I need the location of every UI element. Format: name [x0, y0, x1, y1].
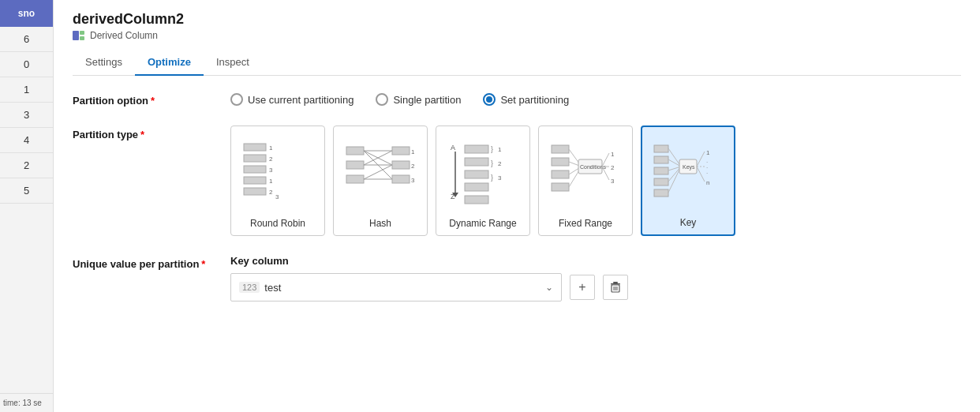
svg-rect-3	[244, 144, 266, 151]
radio-circle-single	[376, 93, 388, 106]
svg-text:·: ·	[706, 170, 708, 177]
svg-rect-38	[465, 196, 488, 204]
key-dropdown-value: test	[264, 282, 281, 294]
dynamic-range-diagram: A Z }	[443, 133, 523, 213]
svg-text:2: 2	[498, 160, 502, 167]
radio-current-partitioning[interactable]: Use current partitioning	[230, 93, 353, 106]
radio-circle-current	[230, 93, 243, 106]
svg-rect-1	[80, 31, 84, 35]
sidebar-item-6: 5	[0, 178, 53, 204]
partition-option-label: Partition option*	[73, 92, 215, 107]
partition-option-row: Partition option* Use current partitioni…	[73, 92, 961, 107]
svg-rect-24	[392, 147, 410, 155]
svg-text:2: 2	[269, 155, 273, 163]
svg-text:3: 3	[611, 178, 615, 185]
svg-rect-5	[244, 166, 266, 173]
radio-set-partitioning[interactable]: Set partitioning	[483, 93, 569, 106]
svg-text:Z: Z	[451, 193, 455, 200]
derived-column-icon	[73, 29, 85, 42]
page-title: derivedColumn2	[73, 11, 961, 28]
svg-rect-47	[552, 170, 569, 178]
svg-text:3: 3	[269, 167, 273, 174]
svg-rect-37	[465, 183, 488, 191]
svg-text:2: 2	[411, 163, 415, 170]
svg-rect-62	[654, 156, 668, 163]
svg-rect-25	[392, 161, 410, 169]
tab-settings[interactable]: Settings	[73, 50, 135, 76]
radio-single-partition[interactable]: Single partition	[376, 93, 461, 106]
svg-rect-34	[465, 145, 488, 153]
svg-rect-16	[346, 175, 364, 183]
svg-rect-48	[552, 183, 569, 191]
key-diagram: Keys 1 · · · n	[649, 133, 728, 212]
sidebar-item-2: 1	[0, 77, 53, 103]
sidebar-header: sno	[0, 0, 53, 27]
main-content: derivedColumn2 Derived Column Settings O…	[54, 0, 980, 412]
unique-value-label: Unique value per partition*	[73, 255, 215, 270]
dynamic-range-label: Dynamic Range	[449, 218, 516, 229]
svg-text:1: 1	[611, 151, 615, 158]
svg-text:3: 3	[275, 193, 279, 200]
add-key-button[interactable]: +	[570, 275, 595, 300]
svg-rect-26	[392, 175, 410, 183]
partition-card-dynamic-range[interactable]: A Z }	[436, 125, 530, 236]
key-dropdown-type-badge: 123	[239, 282, 260, 293]
partition-card-key[interactable]: Keys 1 · · · n Key	[641, 125, 735, 236]
key-column-dropdown[interactable]: 123 test ⌄	[230, 273, 562, 302]
svg-rect-14	[346, 147, 364, 155]
trash-icon	[609, 281, 622, 294]
round-robin-label: Round Robin	[250, 218, 305, 229]
svg-rect-0	[73, 31, 79, 40]
svg-rect-15	[346, 161, 364, 169]
svg-rect-64	[654, 178, 668, 185]
svg-text:1: 1	[498, 146, 502, 153]
sidebar-footer: time: 13 se	[0, 393, 53, 412]
sidebar-item-0: 6	[0, 27, 53, 52]
radio-circle-set	[483, 93, 496, 106]
sidebar: sno 6 0 1 3 4 2 5 time: 13 se	[0, 0, 54, 412]
svg-text:1: 1	[269, 178, 273, 185]
key-dropdown-left: 123 test	[239, 282, 281, 294]
partition-option-content: Use current partitioning Single partitio…	[230, 92, 961, 106]
svg-rect-4	[244, 155, 266, 162]
tab-optimize[interactable]: Optimize	[135, 50, 204, 76]
key-column-label: Key column	[230, 255, 961, 267]
chevron-down-icon: ⌄	[545, 282, 553, 293]
tab-inspect[interactable]: Inspect	[204, 50, 262, 76]
partition-type-label: Partition type*	[73, 125, 215, 140]
svg-rect-7	[244, 188, 266, 195]
partition-type-row: Partition type* 1	[73, 125, 961, 236]
round-robin-diagram: 1 2 3 1 2 3	[238, 133, 318, 213]
svg-text:2: 2	[611, 164, 615, 171]
partition-card-hash[interactable]: 1 2 3 Hash	[333, 125, 428, 236]
svg-line-73	[697, 152, 705, 167]
svg-rect-61	[654, 145, 668, 152]
key-label: Key	[680, 217, 697, 228]
partition-card-round-robin[interactable]: 1 2 3 1 2 3 Round Robin	[230, 125, 325, 236]
tabs: Settings Optimize Inspect	[73, 50, 961, 76]
partition-type-content: 1 2 3 1 2 3 Round Robin	[230, 125, 961, 236]
svg-rect-45	[552, 145, 569, 153]
unique-value-content: Key column 123 test ⌄ +	[230, 255, 961, 302]
partition-card-fixed-range[interactable]: Conditions 1 2 3 Fixed Range	[538, 125, 633, 236]
key-column-row: 123 test ⌄ +	[230, 273, 961, 302]
hash-diagram: 1 2 3	[340, 133, 421, 213]
subtitle-area: Derived Column	[73, 29, 961, 42]
svg-line-75	[697, 167, 705, 182]
svg-rect-35	[465, 158, 488, 166]
unique-value-row: Unique value per partition* Key column 1…	[73, 255, 961, 302]
svg-text:1: 1	[269, 144, 273, 152]
svg-text:n: n	[706, 179, 709, 186]
svg-rect-63	[654, 167, 668, 174]
partition-option-radio-group: Use current partitioning Single partitio…	[230, 92, 961, 106]
delete-key-button[interactable]	[603, 275, 628, 300]
fixed-range-diagram: Conditions 1 2 3	[545, 133, 626, 213]
svg-text:A: A	[451, 144, 455, 152]
sidebar-item-1: 0	[0, 52, 53, 77]
svg-text:3: 3	[498, 174, 502, 182]
svg-text:3: 3	[411, 177, 415, 184]
svg-rect-46	[552, 158, 569, 166]
svg-text:1: 1	[411, 148, 415, 155]
svg-text:Keys: Keys	[683, 164, 695, 170]
title-area: derivedColumn2 Derived Column	[73, 11, 961, 42]
